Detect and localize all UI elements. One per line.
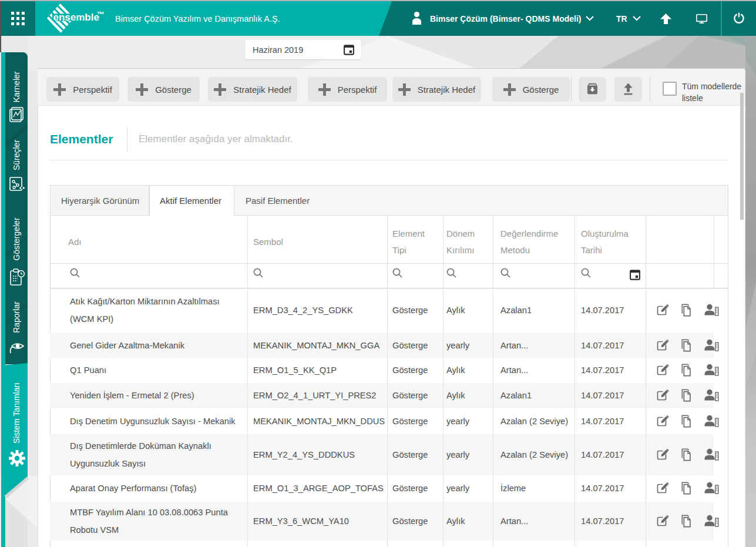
svg-text:™: ™ (97, 10, 105, 19)
svg-text:ensemble: ensemble (53, 12, 99, 23)
